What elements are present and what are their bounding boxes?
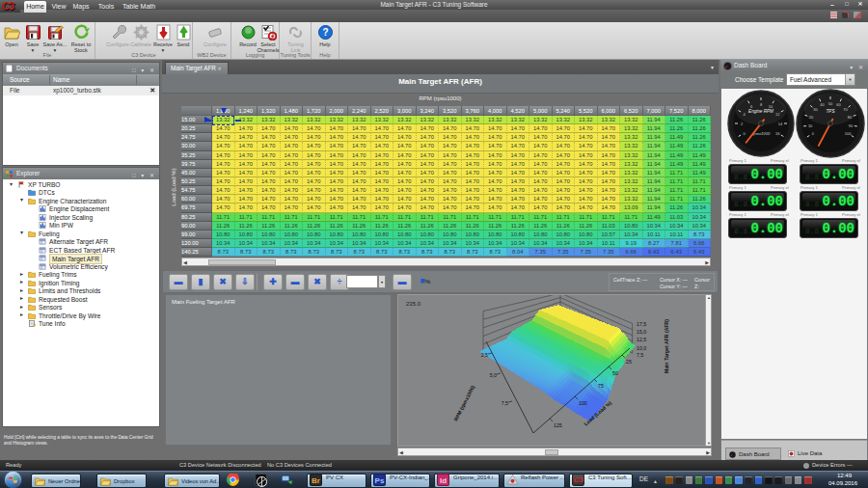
svg-text:TPS: TPS	[827, 109, 836, 114]
svg-text:Main Target AFR (AFR): Main Target AFR (AFR)	[664, 319, 669, 373]
svg-text:20: 20	[809, 115, 814, 120]
svg-text:80: 80	[848, 115, 853, 120]
svg-text:10,0: 10,0	[637, 345, 646, 351]
svg-text:12,5: 12,5	[637, 337, 646, 342]
svg-text:50: 50	[828, 101, 833, 106]
svg-text:60: 60	[836, 102, 841, 107]
svg-text:16: 16	[775, 131, 780, 136]
svg-text:7,5: 7,5	[637, 352, 643, 358]
svg-text:75: 75	[598, 383, 604, 389]
svg-text:10: 10	[808, 123, 813, 128]
svg-text:RPM (rpmx1000): RPM (rpmx1000)	[452, 384, 475, 421]
svg-text:30: 30	[813, 107, 818, 112]
svg-text:25: 25	[626, 359, 632, 365]
svg-text:5,0: 5,0	[490, 372, 497, 378]
svg-text:Engine RPM: Engine RPM	[748, 109, 773, 114]
svg-text:70: 70	[843, 107, 848, 112]
svg-text:100: 100	[845, 131, 852, 136]
svg-text:40: 40	[820, 102, 825, 107]
svg-text:7,5: 7,5	[502, 400, 508, 406]
svg-text:2,5: 2,5	[481, 352, 488, 358]
svg-text:17,5: 17,5	[637, 321, 646, 327]
svg-text:125: 125	[554, 422, 562, 428]
svg-text:?: ?	[322, 27, 328, 38]
svg-text:50: 50	[612, 370, 618, 376]
svg-text:100: 100	[579, 400, 587, 406]
svg-text:12: 12	[775, 112, 780, 117]
svg-text:14: 14	[778, 122, 783, 126]
svg-text:15,0: 15,0	[637, 329, 646, 335]
svg-text:90: 90	[849, 123, 854, 128]
